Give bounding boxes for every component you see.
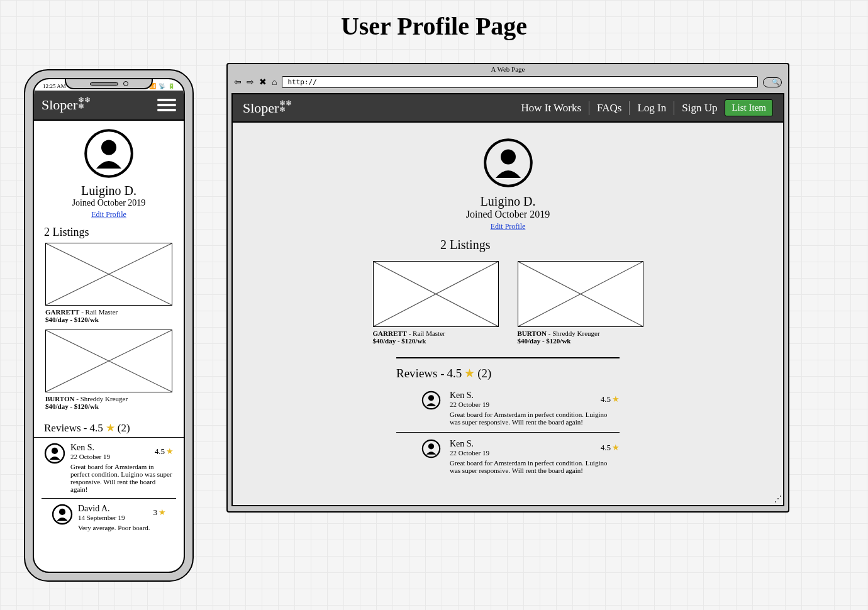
svg-point-1 <box>101 140 116 155</box>
reviewer-name: David A. <box>78 504 125 514</box>
battery-icon: 🔋 <box>168 83 175 89</box>
review-body: Great board for Amsterdam in perfect con… <box>70 463 174 493</box>
edit-profile-link[interactable]: Edit Profile <box>491 222 526 231</box>
listing-card[interactable]: GARRETT - Rail Master $40/day - $120/wk <box>373 261 499 345</box>
avatar-icon <box>52 504 73 525</box>
wifi-icon: 📡 <box>159 83 165 89</box>
listing-price: $40/day - $120/wk <box>518 337 643 345</box>
star-icon: ★ <box>464 366 475 380</box>
star-icon: ★ <box>106 421 115 435</box>
listing-price: $40/day - $120/wk <box>45 316 172 323</box>
image-placeholder-icon <box>45 330 172 392</box>
review-rating: 4.5 ★ <box>601 443 620 453</box>
review-body: Great board for Amsterdam in perfect con… <box>450 411 620 426</box>
browser-mockup: A Web Page ⇦ ⇨ ✖ ⌂ http:// 🔍 Sloper ❄❄❄ … <box>226 63 789 513</box>
user-name: Luigino D. <box>233 194 783 209</box>
status-time: 12:25 AM <box>43 83 66 89</box>
svg-point-7 <box>52 448 58 454</box>
nav-how-it-works[interactable]: How It Works <box>518 102 584 114</box>
avatar-icon <box>84 128 134 179</box>
search-icon[interactable]: 🔍 <box>763 77 782 87</box>
nav-faqs[interactable]: FAQs <box>594 102 624 114</box>
listing-card[interactable]: GARRETT - Rail Master $40/day - $120/wk <box>34 243 184 330</box>
browser-viewport: Sloper ❄❄❄ How It Works FAQs Log In Sign… <box>231 93 784 506</box>
phone-mockup: 12:25 AM 📶 📡 🔋 Sloper ❄❄❄ Luigino D. Joi… <box>24 69 194 582</box>
listing-card[interactable]: BURTON - Shreddy Kreuger $40/day - $120/… <box>34 330 184 416</box>
review-rating: 4.5 ★ <box>601 394 620 404</box>
star-icon: ★ <box>612 443 620 453</box>
avatar-icon <box>44 443 65 464</box>
avatar-icon <box>483 138 533 188</box>
review-date: 22 October 19 <box>450 449 489 457</box>
main-nav: How It Works FAQs Log In Sign Up List It… <box>518 99 773 116</box>
review-item: David A. 14 September 19 3★ Very average… <box>42 498 176 536</box>
listing-title: GARRETT - Rail Master <box>373 330 499 337</box>
review-body: Very average. Poor board. <box>78 524 166 531</box>
url-input[interactable]: http:// <box>282 76 758 88</box>
join-date: Joined October 2019 <box>44 198 174 208</box>
image-placeholder-icon <box>373 261 499 327</box>
image-placeholder-icon <box>45 243 172 306</box>
nav-login[interactable]: Log In <box>635 102 669 114</box>
listing-title: BURTON - Shreddy Kreuger <box>45 395 172 402</box>
phone-screen: 12:25 AM 📶 📡 🔋 Sloper ❄❄❄ Luigino D. Joi… <box>33 78 185 573</box>
listings-heading: 2 Listings <box>34 222 184 243</box>
forward-icon[interactable]: ⇨ <box>247 77 254 87</box>
stop-icon[interactable]: ✖ <box>259 77 267 87</box>
svg-point-17 <box>428 395 434 401</box>
reviewer-name: Ken S. <box>450 391 489 401</box>
star-icon: ★ <box>612 394 620 404</box>
review-body: Great board for Amsterdam in perfect con… <box>450 459 620 474</box>
review-item: Ken S. 22 October 19 4.5 ★ Great board f… <box>233 384 783 432</box>
svg-point-9 <box>59 509 65 515</box>
browser-title: A Web Page <box>228 64 788 74</box>
reviews-heading: Reviews - 4.5 ★ (2) <box>34 416 184 437</box>
review-rating: 4.5★ <box>155 446 174 457</box>
review-date: 14 September 19 <box>78 514 125 521</box>
listing-title: GARRETT - Rail Master <box>45 308 172 316</box>
listing-title: BURTON - Shreddy Kreuger <box>518 330 643 337</box>
avatar-icon <box>421 391 441 417</box>
review-item: Ken S. 22 October 19 4.5 ★ Great board f… <box>396 432 620 480</box>
listings-heading: 2 Listings <box>440 235 783 255</box>
desktop-header: Sloper ❄❄❄ How It Works FAQs Log In Sign… <box>233 94 783 123</box>
phone-notch <box>65 79 153 89</box>
star-icon: ★ <box>166 446 174 457</box>
review-date: 22 October 19 <box>450 401 489 408</box>
brand-logo[interactable]: Sloper ❄❄❄ <box>42 97 91 113</box>
resize-grip-icon[interactable]: ⋰ <box>774 494 782 504</box>
listing-price: $40/day - $120/wk <box>45 402 172 410</box>
mobile-header: Sloper ❄❄❄ <box>34 91 184 121</box>
brand-logo[interactable]: Sloper ❄❄❄ <box>243 100 292 116</box>
review-item: Ken S. 22 October 19 4.5★ Great board fo… <box>34 437 184 498</box>
home-icon[interactable]: ⌂ <box>272 77 277 87</box>
avatar-icon <box>421 439 441 465</box>
reviewer-name: Ken S. <box>70 443 110 453</box>
list-item-button[interactable]: List Item <box>725 99 773 116</box>
review-rating: 3★ <box>153 507 167 518</box>
svg-point-19 <box>428 443 434 449</box>
svg-point-11 <box>501 149 516 164</box>
profile-header: Luigino D. Joined October 2019 Edit Prof… <box>34 121 184 222</box>
edit-profile-link[interactable]: Edit Profile <box>91 210 126 219</box>
listing-price: $40/day - $120/wk <box>373 337 499 345</box>
profile-header: Luigino D. Joined October 2019 Edit Prof… <box>233 123 783 235</box>
page-title: User Profile Page <box>0 0 868 60</box>
nav-signup[interactable]: Sign Up <box>679 102 720 114</box>
snowflake-icon: ❄❄❄ <box>279 100 292 113</box>
user-name: Luigino D. <box>44 184 174 198</box>
listing-card[interactable]: BURTON - Shreddy Kreuger $40/day - $120/… <box>518 261 643 345</box>
star-icon: ★ <box>159 507 166 518</box>
back-icon[interactable]: ⇦ <box>234 77 242 87</box>
review-date: 22 October 19 <box>70 453 110 460</box>
snowflake-icon: ❄❄❄ <box>78 97 91 109</box>
image-placeholder-icon <box>518 261 643 327</box>
listings-row: GARRETT - Rail Master $40/day - $120/wk … <box>233 255 783 357</box>
reviewer-name: Ken S. <box>450 439 489 449</box>
browser-toolbar: ⇦ ⇨ ✖ ⌂ http:// 🔍 <box>228 74 788 93</box>
reviews-heading: Reviews - 4.5 ★ (2) <box>396 358 783 384</box>
join-date: Joined October 2019 <box>233 209 783 220</box>
hamburger-menu-icon[interactable] <box>157 99 176 111</box>
